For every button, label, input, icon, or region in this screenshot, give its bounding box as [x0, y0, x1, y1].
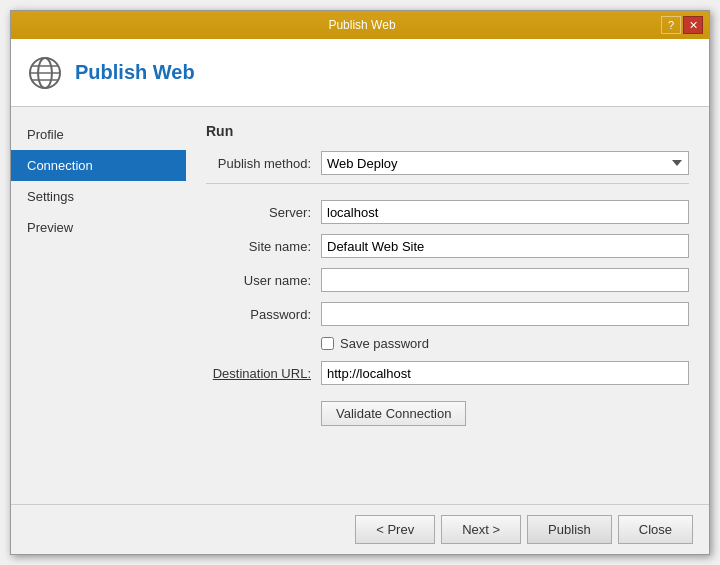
- main-content: Run Publish method: Web Deploy Web Deplo…: [186, 107, 709, 504]
- globe-icon: [27, 55, 63, 91]
- close-button[interactable]: Close: [618, 515, 693, 544]
- sidebar: Profile Connection Settings Preview: [11, 107, 186, 504]
- save-password-checkbox[interactable]: [321, 337, 334, 350]
- sidebar-item-preview[interactable]: Preview: [11, 212, 186, 243]
- sidebar-item-profile[interactable]: Profile: [11, 119, 186, 150]
- next-button[interactable]: Next >: [441, 515, 521, 544]
- server-row: Server:: [206, 200, 689, 224]
- sidebar-item-connection[interactable]: Connection: [11, 150, 186, 181]
- title-bar: Publish Web ? ✕: [11, 11, 709, 39]
- content-area: Profile Connection Settings Preview Run …: [11, 107, 709, 504]
- password-input[interactable]: [321, 302, 689, 326]
- publish-method-row: Publish method: Web Deploy Web Deploy Pa…: [206, 151, 689, 175]
- header-section: Publish Web: [11, 39, 709, 107]
- header-title: Publish Web: [75, 61, 195, 84]
- password-label: Password:: [206, 307, 321, 322]
- publish-web-dialog: Publish Web ? ✕ Publish Web Profile Conn…: [10, 10, 710, 555]
- footer: < Prev Next > Publish Close: [11, 504, 709, 554]
- publish-method-label: Publish method:: [206, 156, 321, 171]
- password-row: Password:: [206, 302, 689, 326]
- save-password-row: Save password: [321, 336, 689, 351]
- validate-connection-area: Validate Connection: [206, 395, 689, 426]
- sidebar-item-settings[interactable]: Settings: [11, 181, 186, 212]
- server-label: Server:: [206, 205, 321, 220]
- user-name-row: User name:: [206, 268, 689, 292]
- destination-url-label[interactable]: Destination URL:: [206, 366, 321, 381]
- destination-url-row: Destination URL:: [206, 361, 689, 385]
- form-divider: [206, 183, 689, 184]
- help-button[interactable]: ?: [661, 16, 681, 34]
- section-title: Run: [206, 123, 689, 139]
- title-bar-buttons: ? ✕: [661, 16, 703, 34]
- validate-connection-button[interactable]: Validate Connection: [321, 401, 466, 426]
- user-name-label: User name:: [206, 273, 321, 288]
- dialog-title: Publish Web: [63, 18, 661, 32]
- save-password-label[interactable]: Save password: [340, 336, 429, 351]
- user-name-input[interactable]: [321, 268, 689, 292]
- prev-button[interactable]: < Prev: [355, 515, 435, 544]
- server-input[interactable]: [321, 200, 689, 224]
- site-name-label: Site name:: [206, 239, 321, 254]
- close-title-button[interactable]: ✕: [683, 16, 703, 34]
- site-name-row: Site name:: [206, 234, 689, 258]
- publish-button[interactable]: Publish: [527, 515, 612, 544]
- destination-url-input[interactable]: [321, 361, 689, 385]
- publish-method-select[interactable]: Web Deploy Web Deploy Package FTP File S…: [321, 151, 689, 175]
- site-name-input[interactable]: [321, 234, 689, 258]
